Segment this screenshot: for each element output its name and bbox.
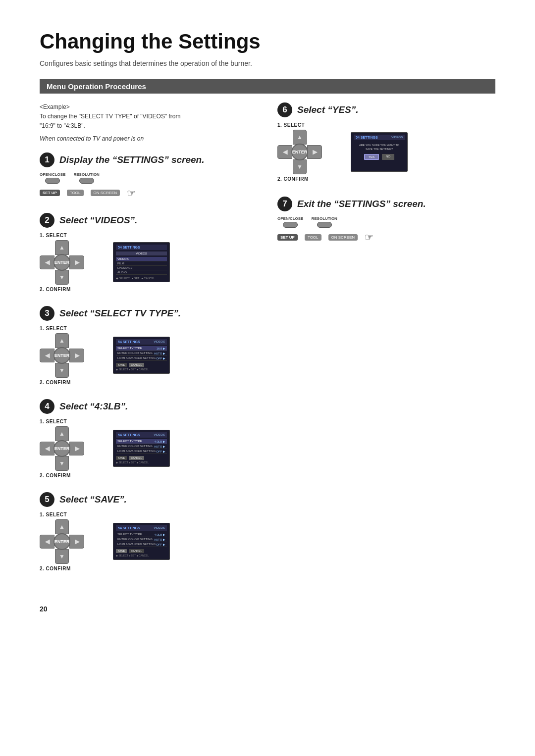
screen-row-tvtype-5: SELECT TV TYPE4:3LB ▶ [116, 532, 167, 537]
step-3-content: 1. SELECT ▲ ▼ ◀ ▶ ENTER 2. CONFIRM 54 SE… [40, 326, 258, 385]
screen-title-bar-3: 54 SETTINGS VIDEOS [116, 339, 167, 345]
step-3: 3 Select “SELECT TV TYPE”. 1. SELECT ▲ ▼… [40, 306, 258, 385]
step-1: 1 Display the “SETTINGS” screen. OPEN/CL… [40, 152, 258, 199]
dpad-up-5: ▲ [55, 519, 69, 534]
screen-logo-4: 54 SETTINGS [118, 433, 140, 437]
step-4-num: 4 [40, 399, 54, 414]
screen-title-bar: 54 SETTINGS [116, 245, 167, 250]
dpad-up-4: ▲ [55, 426, 69, 441]
step-2-content: 1. SELECT ▲ ▼ ◀ ▶ ENTER 2. CONFIRM 54 SE… [40, 233, 258, 292]
dpad-center-5: ENTER [54, 533, 70, 550]
dpad-right-3: ▶ [69, 349, 84, 362]
screen-row-tvtype-4: SELECT TV TYPE4:3LB ▶ [116, 439, 167, 444]
setup-row-top-7: OPEN/CLOSE RESOLUTION [277, 216, 374, 228]
tool-btn: TOOL [67, 190, 84, 196]
step-5-text: Select “SAVE”. [59, 494, 127, 505]
dpad-down-6: ▼ [293, 159, 307, 174]
left-column: <Example> To change the "SELECT TV TYPE"… [40, 102, 258, 585]
step-6-num: 6 [277, 102, 292, 117]
screen-tab-videos: VIDEOS [116, 252, 167, 255]
step-6-select-label: 1. SELECT [277, 122, 305, 128]
screen-title-bar-5: 54 SETTINGS VIDEOS [116, 525, 167, 531]
resolution-btn [79, 178, 94, 184]
step-4-title: 4 Select “4:3LB”. [40, 399, 258, 414]
step-6-dpad-wrapper: 1. SELECT ▲ ▼ ◀ ▶ ENTER 2. CONFIRM [277, 122, 342, 182]
step-4-text: Select “4:3LB”. [59, 401, 128, 412]
step-4-select-label: 1. SELECT [40, 419, 67, 424]
when-connected: When connected to TV and power is on [40, 134, 258, 144]
example-block: <Example> To change the "SELECT TV TYPE"… [40, 102, 258, 144]
dpad-center-6: ENTER [291, 144, 308, 160]
step-4-content: 1. SELECT ▲ ▼ ◀ ▶ ENTER 2. CONFIRM 54 SE… [40, 419, 258, 478]
dpad-center-4: ENTER [54, 440, 70, 457]
dpad-left-6: ◀ [277, 145, 292, 159]
dpad-up-3: ▲ [55, 333, 69, 348]
example-desc2: "16:9" to "4:3LB". [40, 121, 258, 131]
right-column: 6 Select “YES”. 1. SELECT ▲ ▼ ◀ ▶ ENTER … [277, 102, 495, 585]
open-close-btn [45, 178, 60, 184]
dpad-down-5: ▼ [55, 549, 69, 564]
main-content: <Example> To change the "SELECT TV TYPE"… [40, 102, 495, 585]
screen-nav-3: ◆ SELECT ● SET ■ CANCEL [116, 368, 167, 371]
setup-btn-label: SET UP [40, 190, 60, 196]
dpad-left: ◀ [40, 255, 54, 269]
subtitle: Configures basic settings that determine… [40, 59, 495, 67]
step-5: 5 Select “SAVE”. 1. SELECT ▲ ▼ ◀ ▶ ENTER… [40, 492, 258, 571]
step-7-num: 7 [277, 197, 292, 211]
yes-dialog-buttons: YES NO [356, 154, 403, 160]
screen-bottom-bar: ◆ SELECT● SET■ CANCEL [116, 277, 167, 280]
step-5-num: 5 [40, 492, 54, 507]
step-2: 2 Select “VIDEOS”. 1. SELECT ▲ ▼ ◀ ▶ ENT… [40, 213, 258, 292]
screen-title-bar-4: 54 SETTINGS VIDEOS [116, 432, 167, 438]
setup-row-bottom-7: SET UP TOOL ON SCREEN ☞ [277, 231, 374, 243]
screen-row-hdmi-5: HDMI ADVANCED SETTINGOFF ▶ [116, 542, 167, 547]
screen-row-lpcm: LPCM/AC3 [116, 266, 167, 270]
no-btn: NO [382, 154, 394, 160]
step-7: 7 Exit the “SETTINGS” screen. OPEN/CLOSE… [277, 197, 495, 243]
step-3-num: 3 [40, 306, 54, 321]
screen-bottom-bar-3: SAVECANCEL [116, 363, 167, 367]
step-1-setup: OPEN/CLOSE RESOLUTION SET UP [40, 172, 136, 199]
step-6-text: Select “YES”. [297, 104, 359, 115]
screen-row-audio: AUDIO [116, 270, 167, 275]
tool-btn-7: TOOL [305, 234, 321, 241]
example-desc1: To change the "SELECT TV TYPE" of "VIDEO… [40, 112, 258, 121]
step-1-num: 1 [40, 152, 54, 167]
hand-icon-7: ☞ [365, 231, 374, 243]
dpad-right-6: ▶ [307, 145, 322, 159]
dpad-left-4: ◀ [40, 442, 54, 455]
screen-row-color: ENTER COLOR SETTINGAUTO ▶ [116, 351, 167, 356]
dpad-right-5: ▶ [69, 535, 84, 549]
dpad-right-4: ▶ [69, 442, 84, 455]
step-2-title: 2 Select “VIDEOS”. [40, 213, 258, 228]
step-1-title: 1 Display the “SETTINGS” screen. [40, 152, 258, 167]
step-5-title: 5 Select “SAVE”. [40, 492, 258, 507]
screen-bottom-bar-4: SAVECANCEL [116, 456, 167, 460]
step-7-text: Exit the “SETTINGS” screen. [297, 199, 426, 209]
step-1-text: Display the “SETTINGS” screen. [59, 154, 204, 165]
example-label: <Example> [40, 102, 258, 112]
dpad-down-4: ▼ [55, 456, 69, 471]
step-2-screen: 54 SETTINGS VIDEOS VIDEOS FILM LPCM/AC3 … [113, 242, 170, 282]
hand-icon: ☞ [127, 187, 136, 199]
open-close-label-7: OPEN/CLOSE [277, 216, 303, 221]
screen-row-tvtype: SELECT TV TYPE16:9 ▶ [116, 346, 167, 351]
step-6-title: 6 Select “YES”. [277, 102, 495, 117]
setup-btn-label-7: SET UP [277, 234, 298, 241]
screen-row-hdmi: HDMI ADVANCED SETTINGOFF ▶ [116, 356, 167, 361]
step-3-dpad: ▲ ▼ ◀ ▶ ENTER [40, 333, 84, 378]
step-6-content: 1. SELECT ▲ ▼ ◀ ▶ ENTER 2. CONFIRM 54 SE… [277, 122, 495, 182]
dpad-left-3: ◀ [40, 349, 54, 362]
step-5-confirm-label: 2. CONFIRM [40, 566, 71, 571]
setup-row-top: OPEN/CLOSE RESOLUTION [40, 172, 136, 184]
screen-logo-6: 54 SETTINGS [356, 136, 378, 139]
onscreen-btn-7: ON SCREEN [328, 234, 358, 241]
step-5-screen: 54 SETTINGS VIDEOS SELECT TV TYPE4:3LB ▶… [113, 523, 170, 560]
step-4: 4 Select “4:3LB”. 1. SELECT ▲ ▼ ◀ ▶ ENTE… [40, 399, 258, 478]
open-close-btn-7 [283, 222, 298, 228]
step-3-dpad-wrapper: 1. SELECT ▲ ▼ ◀ ▶ ENTER 2. CONFIRM [40, 326, 104, 385]
setup-row-bottom: SET UP TOOL ON SCREEN ☞ [40, 187, 136, 199]
step-3-title: 3 Select “SELECT TV TYPE”. [40, 306, 258, 321]
open-close-label: OPEN/CLOSE [40, 172, 65, 177]
yes-dialog-text: ARE YOU SURE YOU WANT TOSAVE THE SETTING… [356, 144, 403, 151]
